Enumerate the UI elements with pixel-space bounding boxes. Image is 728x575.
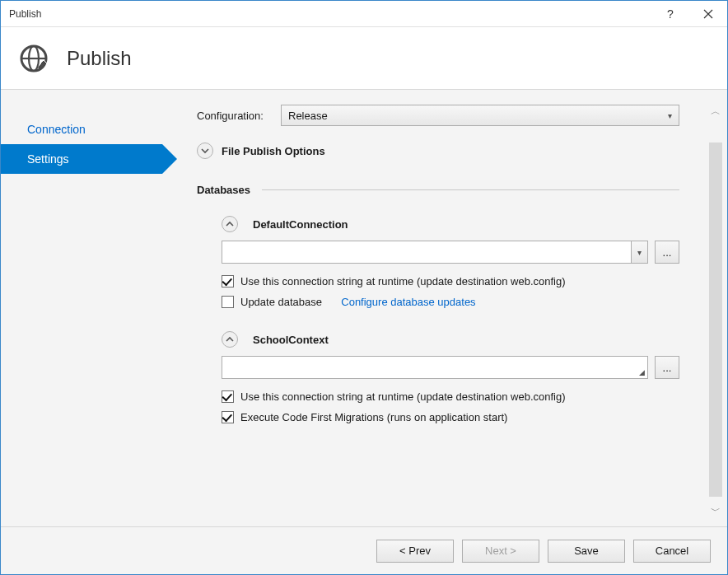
prev-button[interactable]: < Prev bbox=[376, 540, 454, 563]
db-head: SchoolContext bbox=[222, 331, 679, 348]
help-button[interactable]: ? bbox=[651, 1, 689, 26]
use-runtime-label: Use this connection string at runtime (u… bbox=[240, 390, 566, 403]
configure-database-updates-link[interactable]: Configure database updates bbox=[341, 296, 475, 308]
publish-dialog: Publish ? Publish Connection bbox=[0, 0, 728, 575]
sidebar-item-label: Settings bbox=[27, 152, 69, 166]
db-block-schoolcontext: SchoolContext ◢ ... Use this connection … bbox=[222, 331, 679, 423]
update-database-row: Update database Configure database updat… bbox=[222, 296, 679, 308]
chevron-down-icon[interactable]: ▾ bbox=[631, 241, 647, 263]
db-name: DefaultConnection bbox=[253, 218, 348, 231]
sidebar-item-label: Connection bbox=[27, 123, 86, 136]
databases-title: Databases bbox=[197, 184, 250, 196]
migrations-checkbox[interactable] bbox=[222, 411, 234, 423]
dialog-body: Connection Settings ︿ ﹀ Configuration: R… bbox=[1, 90, 727, 526]
browse-connection-button[interactable]: ... bbox=[655, 241, 679, 264]
connection-string-input[interactable] bbox=[222, 241, 631, 263]
prev-button-label: < Prev bbox=[399, 545, 431, 557]
db-block-defaultconnection: DefaultConnection ▾ ... Use this connect… bbox=[222, 216, 679, 308]
chevron-up-icon bbox=[226, 335, 234, 344]
dialog-footer: < Prev Next > Save Cancel bbox=[1, 526, 727, 574]
use-runtime-checkbox[interactable] bbox=[222, 275, 234, 288]
resize-grip-icon[interactable]: ◢ bbox=[636, 357, 647, 378]
use-runtime-row: Use this connection string at runtime (u… bbox=[222, 390, 679, 403]
help-icon: ? bbox=[667, 7, 674, 21]
next-button[interactable]: Next > bbox=[462, 540, 539, 563]
window-title: Publish bbox=[1, 8, 41, 20]
db-head: DefaultConnection bbox=[222, 216, 679, 232]
publish-icon bbox=[19, 44, 49, 73]
save-button[interactable]: Save bbox=[548, 540, 625, 563]
chevron-up-icon bbox=[226, 220, 234, 228]
db-toggle[interactable] bbox=[222, 216, 238, 232]
configuration-dropdown[interactable]: Release ▾ bbox=[281, 105, 679, 126]
titlebar: Publish ? bbox=[1, 1, 727, 27]
use-runtime-checkbox[interactable] bbox=[222, 390, 234, 403]
configuration-row: Configuration: Release ▾ bbox=[197, 105, 702, 126]
scroll-down-icon[interactable]: ﹀ bbox=[711, 504, 721, 518]
close-button[interactable] bbox=[689, 1, 727, 26]
update-database-checkbox[interactable] bbox=[222, 296, 234, 308]
migrations-row: Execute Code First Migrations (runs on a… bbox=[222, 411, 679, 423]
dialog-header: Publish bbox=[1, 27, 727, 90]
use-runtime-label: Use this connection string at runtime (u… bbox=[240, 275, 566, 288]
scroll-up-icon[interactable]: ︿ bbox=[711, 105, 721, 119]
configuration-label: Configuration: bbox=[197, 110, 281, 122]
connection-string-combo[interactable]: ◢ bbox=[222, 356, 648, 379]
close-icon bbox=[703, 9, 713, 19]
update-database-label: Update database bbox=[240, 296, 322, 308]
connection-string-combo[interactable]: ▾ bbox=[222, 241, 648, 264]
use-runtime-row: Use this connection string at runtime (u… bbox=[222, 275, 679, 288]
connection-string-input[interactable] bbox=[222, 357, 636, 378]
chevron-down-icon: ▾ bbox=[668, 111, 672, 120]
page-title: Publish bbox=[67, 47, 132, 70]
db-name: SchoolContext bbox=[253, 334, 329, 346]
migrations-label: Execute Code First Migrations (runs on a… bbox=[240, 411, 507, 423]
file-publish-options-toggle[interactable] bbox=[197, 143, 213, 159]
connection-string-row: ▾ ... bbox=[222, 241, 679, 264]
configuration-dropdown-value: Release bbox=[288, 110, 328, 122]
sidebar: Connection Settings bbox=[1, 90, 162, 526]
sidebar-item-settings[interactable]: Settings bbox=[1, 144, 162, 174]
databases-rule bbox=[262, 189, 679, 190]
connection-string-row: ◢ ... bbox=[222, 356, 679, 379]
sidebar-item-connection[interactable]: Connection bbox=[1, 115, 162, 144]
databases-header: Databases bbox=[197, 184, 679, 196]
scroll-track[interactable] bbox=[709, 143, 722, 497]
cancel-button[interactable]: Cancel bbox=[633, 540, 711, 563]
settings-panel: ︿ ﹀ Configuration: Release ▾ File Publis… bbox=[162, 90, 727, 526]
next-button-label: Next > bbox=[485, 545, 516, 557]
ellipsis-icon: ... bbox=[663, 362, 672, 374]
cancel-button-label: Cancel bbox=[656, 545, 688, 557]
ellipsis-icon: ... bbox=[663, 246, 672, 259]
file-publish-options-header: File Publish Options bbox=[197, 143, 679, 159]
db-toggle[interactable] bbox=[222, 331, 238, 348]
browse-connection-button[interactable]: ... bbox=[655, 356, 679, 379]
save-button-label: Save bbox=[574, 545, 599, 557]
file-publish-options-title: File Publish Options bbox=[222, 145, 325, 157]
chevron-down-icon bbox=[201, 147, 209, 155]
